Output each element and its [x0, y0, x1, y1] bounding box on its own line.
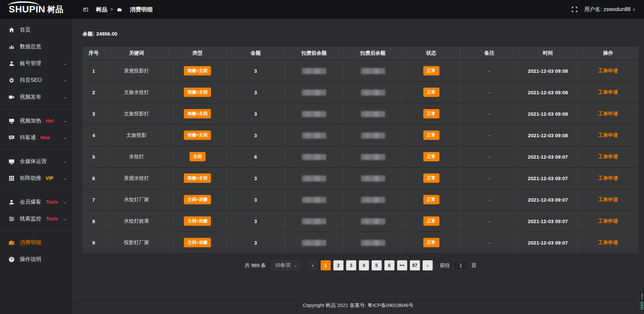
- sidebar-item-matrix-boost[interactable]: 矩阵助推VIP⌄: [0, 170, 72, 187]
- column-header: 扣费前余额: [284, 47, 343, 60]
- sidebar-item-consumption-detail[interactable]: 消费明细: [0, 234, 72, 251]
- cell-index: 7: [83, 189, 105, 210]
- menu-divider: [0, 109, 72, 109]
- status-badge: 正常: [423, 88, 439, 97]
- cell-remark: -: [460, 124, 519, 146]
- prev-page-button[interactable]: ‹: [308, 260, 318, 270]
- masked-amount: [361, 68, 385, 74]
- sidebar-item-clue-monitor[interactable]: 线索监控Tools⌄: [0, 210, 72, 227]
- topbar-right: 用户名: zswodun88 ∨: [572, 6, 635, 13]
- masked-amount: [302, 197, 326, 203]
- top-bar: SHUPIN 树品 树品 > 消费明细 用户名: zswodun88 ∨: [0, 0, 644, 19]
- cell-type: 前缀+主词: [168, 167, 227, 189]
- wallet-icon: [8, 239, 15, 246]
- sidebar-item-media-operation[interactable]: 全媒体运营⌄: [0, 153, 72, 170]
- cell-status: 正常: [402, 103, 460, 124]
- sidebar-item-home[interactable]: 首页: [0, 21, 72, 38]
- monitor-icon: [8, 158, 15, 165]
- work-order-link[interactable]: 工单申请: [598, 175, 618, 181]
- consumption-table-wrap: 序号关键词类型金额扣费前余额扣费后余额状态备注时间操作 1景观投影灯前缀+主词3…: [83, 47, 639, 254]
- cell-index: 8: [83, 210, 105, 232]
- page-button-4[interactable]: 4: [359, 260, 369, 270]
- chevron-down-icon: ⌄: [63, 95, 67, 99]
- pagination: 共 969 条 10条/页 ⌄ ‹ 123456•••97 › 前往 页: [83, 260, 639, 270]
- sidebar-item-data-overview[interactable]: 数据总览: [0, 38, 72, 55]
- table-row: 7水纹灯厂家主词+后缀3正常-2021-12-03 09:07工单申请: [83, 189, 639, 210]
- work-order-link[interactable]: 工单申请: [598, 132, 618, 138]
- cell-balance-before: [284, 103, 343, 124]
- page-size-select[interactable]: 10条/页 ⌄: [271, 260, 301, 270]
- chevron-down-icon: ⌄: [293, 263, 298, 268]
- bar-chart-icon: [8, 43, 15, 50]
- type-badge: 前缀+主词: [184, 66, 211, 75]
- page-button-1[interactable]: 1: [321, 260, 331, 270]
- status-badge: 正常: [423, 216, 439, 226]
- masked-amount: [361, 90, 385, 96]
- work-order-link[interactable]: 工单申请: [598, 68, 618, 73]
- page-button-97[interactable]: 97: [410, 260, 420, 270]
- cell-action: 工单申请: [577, 146, 639, 167]
- more-pages-button[interactable]: •••: [397, 260, 407, 270]
- cell-remark: -: [460, 103, 519, 124]
- work-order-link[interactable]: 工单申请: [598, 154, 618, 159]
- user-menu[interactable]: 用户名: zswodun88 ∨: [584, 6, 635, 13]
- chevron-down-icon: ⌄: [63, 216, 67, 221]
- sidebar-item-video-publish[interactable]: 视频发布⌄: [0, 89, 72, 105]
- status-badge: 正常: [423, 238, 439, 247]
- sidebar-item-instructions[interactable]: ?操作说明: [0, 251, 72, 268]
- cell-keyword: 文旅投影灯: [105, 103, 168, 124]
- page-button-2[interactable]: 2: [333, 260, 343, 270]
- work-order-link[interactable]: 工单申请: [598, 218, 618, 224]
- cell-status: 正常: [402, 60, 460, 82]
- status-badge: 正常: [423, 152, 439, 161]
- page-button-6[interactable]: 6: [384, 260, 394, 270]
- sidebar-item-label: 账号管理: [20, 60, 41, 67]
- breadcrumb-root[interactable]: 树品: [82, 6, 107, 13]
- table-row: 3文旅投影灯前缀+主词3正常-2021-12-03 09:08工单申请: [83, 103, 639, 124]
- fullscreen-icon[interactable]: [572, 6, 578, 12]
- sidebar-item-douketong[interactable]: 抖客通New⌄: [0, 129, 72, 146]
- column-header: 时间: [519, 47, 577, 60]
- cell-status: 正常: [402, 146, 460, 167]
- side-dock-widget[interactable]: [639, 291, 644, 312]
- sidebar-item-video-heating[interactable]: 视频加热Hot⌄: [0, 112, 72, 129]
- work-order-link[interactable]: 工单申请: [598, 240, 618, 245]
- sidebar-item-tag: Hot: [46, 118, 53, 123]
- type-badge: 主词+后缀: [184, 216, 211, 226]
- cell-keyword: 景观水纹灯: [105, 167, 168, 189]
- cell-time: 2021-12-03 09:08: [519, 82, 577, 103]
- sidebar-item-douyin-seo[interactable]: 抖音SEO⌄: [0, 72, 72, 89]
- footer: Copyright 树品 2021 备案号: 粤ICP备09019646号: [72, 297, 644, 314]
- column-header: 备注: [460, 47, 519, 60]
- status-badge: 正常: [423, 130, 439, 140]
- page-size-value: 10条/页: [275, 262, 291, 268]
- sidebar-item-tag: Tools: [46, 216, 58, 221]
- masked-amount: [361, 154, 385, 160]
- cell-remark: -: [460, 146, 519, 167]
- next-page-button[interactable]: ›: [423, 260, 433, 270]
- type-badge: 前缀+主词: [184, 109, 211, 118]
- cell-time: 2021-12-03 09:07: [519, 232, 577, 253]
- cell-balance-after: [343, 167, 402, 189]
- sidebar-item-label: 首页: [20, 27, 31, 34]
- page-number-buttons: 123456•••97: [321, 260, 420, 270]
- cell-keyword: 文旅水纹灯: [105, 82, 168, 103]
- sidebar-item-label: 抖音SEO: [20, 77, 42, 84]
- work-order-link[interactable]: 工单申请: [598, 111, 618, 116]
- sidebar-item-label: 会员爆客: [20, 199, 41, 206]
- page-button-5[interactable]: 5: [372, 260, 382, 270]
- masked-amount: [302, 240, 326, 246]
- goto-page: 前往 页: [440, 260, 477, 270]
- masked-amount: [361, 175, 385, 181]
- masked-amount: [302, 154, 326, 160]
- sidebar-item-account-management[interactable]: 账号管理⌄: [0, 55, 72, 72]
- work-order-link[interactable]: 工单申请: [598, 197, 618, 202]
- breadcrumb-current[interactable]: 消费明细: [116, 6, 153, 13]
- work-order-link[interactable]: 工单申请: [598, 89, 618, 95]
- sidebar-item-member-baoke[interactable]: 会员爆客Tools⌄: [0, 194, 72, 210]
- page-button-3[interactable]: 3: [346, 260, 356, 270]
- cell-time: 2021-12-03 09:08: [519, 103, 577, 124]
- sidebar: 首页数据总览账号管理⌄抖音SEO⌄视频发布⌄视频加热Hot⌄抖客通New⌄全媒体…: [0, 19, 72, 314]
- menu-divider: [0, 190, 72, 190]
- goto-page-input[interactable]: [453, 260, 469, 270]
